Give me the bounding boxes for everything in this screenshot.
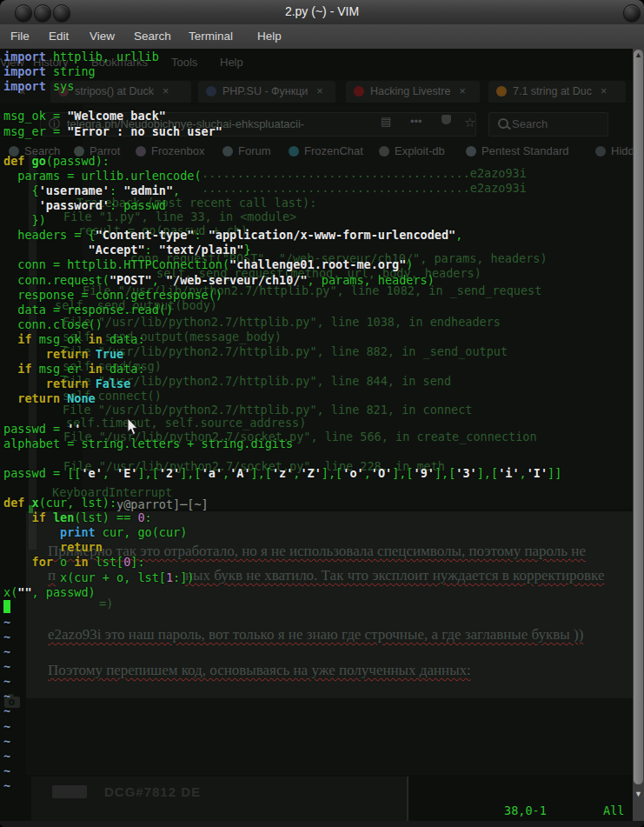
code-segment-k: in [74,555,88,569]
vim-buffer[interactable]: import httplib, urllibimport stringimpor… [0,49,634,821]
code-segment-n: ]: [130,555,144,569]
code-segment-n: , params, headers) [308,273,435,287]
code-line: data = response.read() [3,303,173,317]
code-segment-n: alphabet = string.letters + string.digit… [3,437,293,450]
tilde-line: ~ [3,719,10,734]
code-line: alphabet = string.letters + string.digit… [3,437,293,451]
code-segment-s: "Accept" [89,243,145,257]
code-segment-n: passwd = [3,422,67,436]
code-segment-n: headers = { [3,228,96,242]
code-line: conn.request("POST", "/web-serveur/ch10/… [3,273,435,288]
code-segment-s: 'A' [229,466,250,480]
tilde-line: ~ [3,615,10,630]
code-segment-s: '3' [455,466,476,480]
window-bottom-edge [0,821,644,827]
code-line: import string [3,64,96,79]
code-segment-k: if [17,362,31,376]
code-segment-n: , [152,273,166,287]
code-segment-c: None [67,391,96,405]
tilde-line: ~ [3,749,10,764]
code-segment-n [3,555,32,569]
code-segment-k: def [3,496,24,510]
code-segment-s: 'z' [272,466,293,480]
code-segment-n: ],[ [435,466,455,480]
code-segment-n [3,525,60,539]
code-segment-n: sys [46,79,75,93]
code-segment-d: 0 [137,510,144,524]
code-segment-n: , [455,228,462,242]
code-segment-s: "POST" [110,273,152,287]
code-segment-n: string [46,64,96,78]
menu-item-file[interactable]: File [10,30,30,43]
code-segment-n: lst[ [89,555,124,569]
code-segment-s: '9' [414,466,435,480]
code-segment-s: 'password' [39,198,110,212]
code-segment-n: ],[ [180,466,201,480]
code-segment-s: 'o' [342,466,363,480]
menu-item-help[interactable]: Help [257,30,282,43]
code-segment-n [3,347,46,361]
code-segment-n: : passwd [110,198,166,212]
tilde-line: ~ [3,659,10,674]
code-segment-n: : [110,183,123,197]
code-segment-n: (cur, lst): [39,496,116,510]
code-line: if msg_er in data: [3,362,145,377]
code-line: conn.close() [3,317,103,332]
menu-item-view[interactable]: View [90,30,115,43]
code-segment-n: conn.request( [3,273,110,287]
menu-item-terminal[interactable]: Terminal [189,30,233,43]
code-segment-n: x(cur + o, lst[ [3,570,166,584]
code-line: response = conn.getresponse() [3,288,222,303]
code-segment-n: ],[ [322,466,342,480]
code-segment-n: ],[ [137,466,158,480]
code-segment-n: (lst) == [74,510,137,524]
code-segment-p: print [60,525,96,539]
code-segment-n: }) [3,213,46,227]
code-segment-n: conn.close() [3,317,103,331]
code-segment-k: return [60,540,103,554]
code-line: headers = {"Content-type": "application/… [3,228,462,243]
scrollbar-track[interactable]: ▲ ▼ [633,49,644,821]
code-line: x("", passwd) [3,585,96,600]
code-segment-d: 1 [166,570,173,584]
code-segment-f: go [24,154,45,168]
mouse-pointer [127,418,139,436]
code-segment-n: ],[ [477,466,498,480]
title-bar: 2.py (~) - VIM [0,0,644,25]
code-segment-n: , [222,466,229,480]
code-segment-n: msg_ok = [3,109,67,123]
code-segment-n: passwd = [[ [3,466,81,480]
code-segment-n: { [3,183,39,197]
code-segment-f: len [53,510,74,524]
code-segment-s: "text/plain" [159,243,244,257]
code-segment-s: "application/x-www-form-urlencoded" [209,228,455,242]
code-line: 'password': passwd [3,198,166,213]
code-segment-n: data: [103,362,145,376]
code-segment-s: 'a' [202,466,222,480]
scroll-down-icon[interactable]: ▼ [633,790,644,798]
code-line: return [3,540,103,555]
code-line: passwd = [['e', 'E'],['2'],['a','A'],['z… [3,466,561,481]
code-line: return True [3,347,123,362]
scrollbar-thumb[interactable] [634,50,643,784]
menu-item-search[interactable]: Search [134,30,171,43]
tilde-line: ~ [3,689,10,704]
code-line: x(cur + o, lst[1:]) [3,570,194,585]
code-line: if len(lst) == 0: [3,510,152,525]
code-segment-s: "" [17,585,31,599]
code-line: import httplib, urllib [3,50,159,64]
code-segment-n: } [243,243,250,257]
code-line: "Accept": "text/plain"} [3,243,251,257]
code-line: msg_er = "Error : no such user" [3,124,222,139]
menu-item-edit[interactable]: Edit [49,30,69,43]
code-line: passwd = '' [3,422,81,437]
scroll-up-icon[interactable]: ▲ [633,50,644,59]
code-segment-s: 'I' [527,466,548,480]
terminal-area: ViewHistoryBookmarksToolsHelp ×stripos()… [0,49,644,821]
code-segment-n [89,347,96,361]
code-line: conn = httplib.HTTPConnection("challenge… [3,257,413,272]
code-segment-n [3,362,17,376]
code-line: def x(cur, lst): [3,496,116,510]
code-segment-n: msg_er [32,362,89,376]
code-segment-k: return [46,347,89,361]
